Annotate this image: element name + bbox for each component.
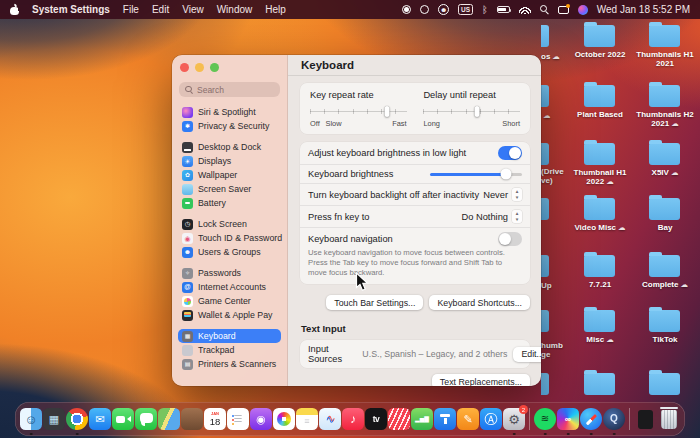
dock-reminders-icon[interactable]: ☰: [227, 408, 249, 430]
active-app-menu[interactable]: System Settings: [32, 4, 110, 15]
sidebar-item-siri-spotlight[interactable]: Siri & Spotlight: [178, 105, 281, 119]
close-button[interactable]: [180, 63, 189, 72]
sidebar-item-battery[interactable]: Battery: [178, 196, 281, 210]
sidebar-item-passwords[interactable]: ✧Passwords: [178, 266, 281, 280]
keyboard-shortcuts-button[interactable]: Keyboard Shortcuts...: [429, 295, 530, 310]
dock-keynote-icon[interactable]: [434, 408, 456, 430]
menu-file[interactable]: File: [123, 4, 139, 15]
sidebar-item-keyboard[interactable]: ▦Keyboard: [178, 329, 281, 343]
zoom-button[interactable]: [210, 63, 219, 72]
sidebar-item-printers[interactable]: ▤Printers & Scanners: [178, 357, 281, 371]
dock-notes-icon[interactable]: ≡: [296, 408, 318, 430]
folder-icon[interactable]: [649, 198, 680, 220]
dock-brown-app-icon[interactable]: [181, 408, 203, 430]
sidebar-item-desktop-dock[interactable]: Desktop & Dock: [178, 140, 281, 154]
sidebar-item-screen-saver[interactable]: Screen Saver: [178, 182, 281, 196]
delay-slider[interactable]: [423, 107, 520, 116]
folder-icon-partial[interactable]: [541, 143, 549, 165]
folder-icon[interactable]: [649, 310, 680, 332]
folder-icon[interactable]: [584, 143, 615, 165]
sidebar-search-field[interactable]: [179, 82, 280, 97]
folder-icon[interactable]: [649, 143, 680, 165]
dock-quicktime-icon[interactable]: Q: [603, 408, 625, 430]
dock-podcasts-icon[interactable]: ◉: [250, 408, 272, 430]
dock-calendar-icon[interactable]: JAN18: [204, 408, 226, 430]
wifi-icon[interactable]: [519, 6, 531, 14]
slider-thumb[interactable]: [474, 106, 479, 117]
battery-icon[interactable]: [497, 6, 510, 13]
edit-input-sources-button[interactable]: Edit...: [513, 347, 541, 362]
low-light-toggle[interactable]: [498, 146, 522, 160]
dock-safari-icon[interactable]: [580, 408, 602, 430]
dock-photos-icon[interactable]: [273, 408, 295, 430]
dock-app-store-icon[interactable]: Ⓐ: [480, 408, 502, 430]
sidebar-item-displays[interactable]: ☀Displays: [178, 154, 281, 168]
sidebar-item-game-center[interactable]: Game Center: [178, 294, 281, 308]
dock-facetime-icon[interactable]: [112, 408, 134, 430]
folder-icon[interactable]: [584, 198, 615, 220]
dock-launchpad-icon[interactable]: ▦: [43, 408, 65, 430]
input-source-badge[interactable]: US: [458, 4, 473, 15]
keyboard-nav-toggle[interactable]: [498, 232, 522, 246]
folder-icon-partial[interactable]: [541, 198, 549, 220]
folder-icon-partial[interactable]: [541, 25, 549, 47]
folder-icon-partial[interactable]: [541, 310, 549, 332]
menu-clock[interactable]: Wed Jan 18 5:52 PM: [597, 4, 690, 15]
sidebar-item-wallet[interactable]: Wallet & Apple Pay: [178, 308, 281, 322]
dock-messages-icon[interactable]: [135, 408, 157, 430]
folder-icon[interactable]: [649, 85, 680, 107]
sidebar-item-trackpad[interactable]: Trackpad: [178, 343, 281, 357]
dock-document-stack-icon[interactable]: [638, 410, 653, 429]
record-indicator-icon[interactable]: [402, 5, 411, 14]
folder-icon[interactable]: [584, 373, 615, 395]
folder-icon[interactable]: [649, 25, 680, 47]
dock-chart-app-icon[interactable]: ∿: [319, 408, 341, 430]
sidebar-item-users-groups[interactable]: ☻Users & Groups: [178, 245, 281, 259]
dock-trash-icon[interactable]: [661, 410, 677, 429]
menu-view[interactable]: View: [182, 4, 204, 15]
sidebar-item-wallpaper[interactable]: ✿Wallpaper: [178, 168, 281, 182]
folder-icon[interactable]: [649, 255, 680, 277]
menu-window[interactable]: Window: [217, 4, 253, 15]
menu-help[interactable]: Help: [265, 4, 286, 15]
bluetooth-icon[interactable]: ᛒ: [482, 5, 488, 15]
creative-cloud-menu-icon[interactable]: [420, 5, 429, 14]
text-replacements-button[interactable]: Text Replacements...: [432, 374, 530, 386]
folder-icon-partial[interactable]: [541, 85, 549, 107]
dock-system-settings-icon[interactable]: ⚙2: [503, 408, 525, 430]
dock-apple-tv-icon[interactable]: tv: [365, 408, 387, 430]
dock-maps-icon[interactable]: [158, 408, 180, 430]
siri-icon[interactable]: [578, 5, 588, 15]
search-input[interactable]: [197, 85, 274, 95]
brightness-slider[interactable]: [430, 173, 522, 176]
key-repeat-slider[interactable]: [310, 107, 407, 116]
slider-thumb[interactable]: [385, 106, 390, 117]
dock-numbers-icon[interactable]: ▂▅▇: [411, 408, 433, 430]
apple-menu-icon[interactable]: [10, 5, 19, 15]
folder-icon-partial[interactable]: [541, 373, 549, 395]
folder-icon[interactable]: [584, 255, 615, 277]
dock-chrome-icon[interactable]: [66, 408, 88, 430]
folder-icon-partial[interactable]: [541, 255, 549, 277]
display-menu-icon[interactable]: [558, 6, 569, 14]
folder-icon[interactable]: [584, 310, 615, 332]
sidebar-item-internet-accounts[interactable]: @Internet Accounts: [178, 280, 281, 294]
sidebar-item-touch-id[interactable]: ◉Touch ID & Password: [178, 231, 281, 245]
dock-news-icon[interactable]: [388, 408, 410, 430]
touch-bar-settings-button[interactable]: Touch Bar Settings...: [326, 295, 423, 310]
folder-icon[interactable]: [584, 85, 615, 107]
dock-music-icon[interactable]: ♪: [342, 408, 364, 430]
dock-mail-icon[interactable]: ✉: [89, 408, 111, 430]
spotlight-search-icon[interactable]: [540, 5, 549, 14]
sidebar-item-privacy-security[interactable]: ✱Privacy & Security: [178, 119, 281, 133]
backlight-popup[interactable]: Never ▲▼: [483, 188, 522, 201]
menu-edit[interactable]: Edit: [152, 4, 169, 15]
folder-icon[interactable]: [649, 373, 680, 395]
dock-creative-cloud-icon[interactable]: ∞: [557, 408, 579, 430]
sidebar-item-lock-screen[interactable]: ◷Lock Screen: [178, 217, 281, 231]
dock-finder-icon[interactable]: ☺: [20, 408, 42, 430]
fn-key-popup[interactable]: Do Nothing ▲▼: [461, 210, 522, 223]
user-account-menu-icon[interactable]: ☻: [438, 4, 449, 15]
folder-icon[interactable]: [584, 25, 615, 47]
dock-pages-icon[interactable]: ✎: [457, 408, 479, 430]
